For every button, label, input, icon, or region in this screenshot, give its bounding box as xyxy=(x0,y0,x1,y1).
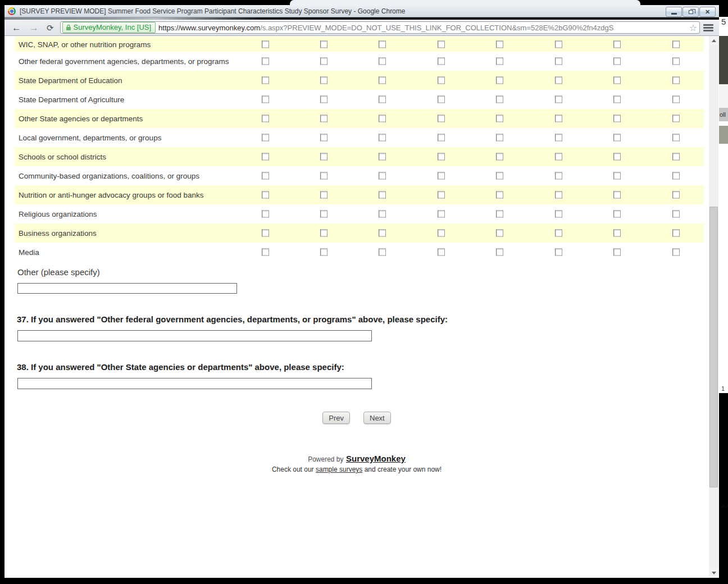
matrix-checkbox[interactable] xyxy=(496,77,503,84)
question-38-input[interactable] xyxy=(17,378,372,389)
matrix-checkbox[interactable] xyxy=(496,58,503,65)
matrix-checkbox[interactable] xyxy=(262,191,269,199)
matrix-checkbox[interactable] xyxy=(672,40,680,48)
matrix-checkbox[interactable] xyxy=(320,96,327,103)
matrix-checkbox[interactable] xyxy=(379,115,386,122)
matrix-checkbox[interactable] xyxy=(555,40,562,48)
matrix-checkbox[interactable] xyxy=(438,40,445,48)
matrix-checkbox[interactable] xyxy=(672,249,680,256)
matrix-checkbox[interactable] xyxy=(672,134,680,142)
scrollbar-down-button[interactable] xyxy=(709,568,718,578)
matrix-checkbox[interactable] xyxy=(555,172,562,180)
matrix-checkbox[interactable] xyxy=(262,115,269,122)
matrix-checkbox[interactable] xyxy=(496,153,503,161)
matrix-checkbox[interactable] xyxy=(496,134,503,142)
matrix-checkbox[interactable] xyxy=(555,115,562,122)
other-specify-input[interactable] xyxy=(17,283,237,294)
back-button[interactable]: ← xyxy=(8,23,25,33)
matrix-checkbox[interactable] xyxy=(262,249,269,256)
matrix-checkbox[interactable] xyxy=(496,40,503,48)
matrix-checkbox[interactable] xyxy=(496,211,503,218)
matrix-checkbox[interactable] xyxy=(555,211,562,218)
matrix-checkbox[interactable] xyxy=(613,191,621,199)
ev-certificate-badge[interactable]: SurveyMonkey, Inc [US] xyxy=(62,22,156,33)
matrix-checkbox[interactable] xyxy=(320,230,327,237)
matrix-checkbox[interactable] xyxy=(320,172,327,180)
matrix-checkbox[interactable] xyxy=(438,115,445,122)
matrix-checkbox[interactable] xyxy=(672,172,680,180)
matrix-checkbox[interactable] xyxy=(672,211,680,218)
matrix-checkbox[interactable] xyxy=(379,58,386,65)
matrix-checkbox[interactable] xyxy=(613,249,621,256)
matrix-checkbox[interactable] xyxy=(496,115,503,122)
bookmark-star-icon[interactable]: ☆ xyxy=(689,22,697,33)
matrix-checkbox[interactable] xyxy=(613,134,621,142)
matrix-checkbox[interactable] xyxy=(496,191,503,199)
matrix-checkbox[interactable] xyxy=(379,40,386,48)
scrollbar-thumb[interactable] xyxy=(709,207,718,487)
page-scrollbar[interactable] xyxy=(709,36,718,578)
matrix-checkbox[interactable] xyxy=(555,249,562,256)
prev-button[interactable]: Prev xyxy=(322,412,350,424)
matrix-checkbox[interactable] xyxy=(320,77,327,84)
matrix-checkbox[interactable] xyxy=(438,153,445,161)
matrix-checkbox[interactable] xyxy=(262,230,269,237)
matrix-checkbox[interactable] xyxy=(262,172,269,180)
matrix-checkbox[interactable] xyxy=(320,249,327,256)
matrix-checkbox[interactable] xyxy=(438,96,445,103)
matrix-checkbox[interactable] xyxy=(613,40,621,48)
matrix-checkbox[interactable] xyxy=(613,77,621,84)
close-button[interactable]: ✕ xyxy=(699,7,716,17)
matrix-checkbox[interactable] xyxy=(613,96,621,103)
matrix-checkbox[interactable] xyxy=(320,211,327,218)
matrix-checkbox[interactable] xyxy=(438,230,445,237)
matrix-checkbox[interactable] xyxy=(262,153,269,161)
matrix-checkbox[interactable] xyxy=(555,58,562,65)
matrix-checkbox[interactable] xyxy=(672,153,680,161)
matrix-checkbox[interactable] xyxy=(613,153,621,161)
matrix-checkbox[interactable] xyxy=(438,172,445,180)
forward-button[interactable]: → xyxy=(25,23,43,33)
matrix-checkbox[interactable] xyxy=(555,134,562,142)
matrix-checkbox[interactable] xyxy=(438,249,445,256)
matrix-checkbox[interactable] xyxy=(320,191,327,199)
matrix-checkbox[interactable] xyxy=(438,77,445,84)
restore-button[interactable] xyxy=(683,7,699,17)
matrix-checkbox[interactable] xyxy=(613,115,621,122)
matrix-checkbox[interactable] xyxy=(262,134,269,142)
matrix-checkbox[interactable] xyxy=(320,40,327,48)
matrix-checkbox[interactable] xyxy=(320,134,327,142)
matrix-checkbox[interactable] xyxy=(672,77,680,84)
matrix-checkbox[interactable] xyxy=(262,40,269,48)
matrix-checkbox[interactable] xyxy=(379,191,386,199)
matrix-checkbox[interactable] xyxy=(438,58,445,65)
matrix-checkbox[interactable] xyxy=(496,172,503,180)
matrix-checkbox[interactable] xyxy=(379,172,386,180)
matrix-checkbox[interactable] xyxy=(672,191,680,199)
menu-icon[interactable] xyxy=(703,24,713,31)
matrix-checkbox[interactable] xyxy=(379,77,386,84)
matrix-checkbox[interactable] xyxy=(262,96,269,103)
matrix-checkbox[interactable] xyxy=(613,230,621,237)
matrix-checkbox[interactable] xyxy=(555,77,562,84)
matrix-checkbox[interactable] xyxy=(320,153,327,161)
matrix-checkbox[interactable] xyxy=(438,134,445,142)
matrix-checkbox[interactable] xyxy=(613,172,621,180)
url-bar[interactable]: SurveyMonkey, Inc [US] https://www.surve… xyxy=(60,21,700,34)
sample-surveys-link[interactable]: sample surveys xyxy=(316,466,362,473)
matrix-checkbox[interactable] xyxy=(438,211,445,218)
matrix-checkbox[interactable] xyxy=(672,58,680,65)
matrix-checkbox[interactable] xyxy=(555,153,562,161)
matrix-checkbox[interactable] xyxy=(379,249,386,256)
question-37-input[interactable] xyxy=(17,330,372,341)
scrollbar-up-button[interactable] xyxy=(709,36,718,45)
matrix-checkbox[interactable] xyxy=(496,96,503,103)
matrix-checkbox[interactable] xyxy=(379,211,386,218)
matrix-checkbox[interactable] xyxy=(262,58,269,65)
matrix-checkbox[interactable] xyxy=(555,230,562,237)
matrix-checkbox[interactable] xyxy=(672,96,680,103)
matrix-checkbox[interactable] xyxy=(379,153,386,161)
matrix-checkbox[interactable] xyxy=(379,96,386,103)
matrix-checkbox[interactable] xyxy=(438,191,445,199)
matrix-checkbox[interactable] xyxy=(672,115,680,122)
